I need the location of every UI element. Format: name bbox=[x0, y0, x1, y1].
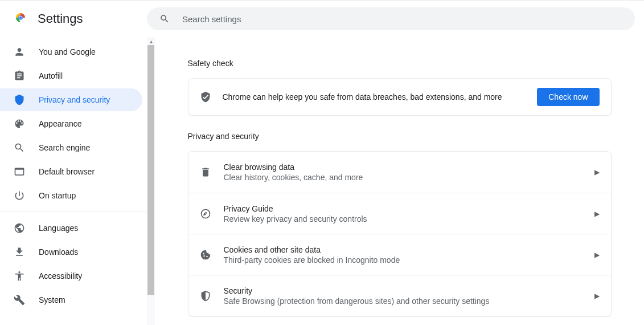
download-icon bbox=[14, 246, 25, 258]
palette-icon bbox=[14, 118, 25, 129]
chevron-right-icon: ▶ bbox=[594, 168, 600, 176]
compass-icon bbox=[200, 208, 211, 220]
clipboard-icon bbox=[14, 70, 25, 82]
chrome-logo-icon bbox=[14, 11, 27, 27]
browser-icon bbox=[14, 166, 25, 177]
person-icon bbox=[14, 46, 25, 58]
chevron-right-icon: ▶ bbox=[594, 292, 600, 300]
privacy-heading: Privacy and security bbox=[188, 132, 612, 141]
check-now-button[interactable]: Check now bbox=[537, 88, 599, 106]
row-privacy-guide[interactable]: Privacy Guide Review key privacy and sec… bbox=[188, 193, 611, 234]
main-content: Safety check Chrome can help keep you sa… bbox=[155, 37, 644, 325]
row-subtitle: Third-party cookies are blocked in Incog… bbox=[224, 255, 582, 265]
page-title: Settings bbox=[38, 11, 83, 26]
row-subtitle: Review key privacy and security controls bbox=[224, 214, 582, 224]
row-subtitle: Clear history, cookies, cache, and more bbox=[224, 173, 582, 182]
sidebar-item-you-and-google[interactable]: You and Google bbox=[0, 40, 142, 63]
header-left: Settings bbox=[0, 11, 147, 27]
row-title: Security bbox=[224, 286, 582, 295]
cookie-icon bbox=[200, 249, 211, 261]
search-wrap bbox=[147, 7, 644, 30]
shield-check-icon bbox=[200, 91, 211, 103]
scrollbar[interactable]: ▴ bbox=[147, 37, 155, 325]
sidebar-item-label: Downloads bbox=[39, 247, 78, 257]
sidebar-item-system[interactable]: System bbox=[0, 289, 142, 311]
chevron-right-icon: ▶ bbox=[594, 210, 600, 218]
sidebar-item-label: Languages bbox=[39, 224, 78, 233]
row-title: Privacy Guide bbox=[224, 204, 582, 213]
sidebar-item-label: System bbox=[39, 295, 65, 304]
scrollbar-up-icon[interactable]: ▴ bbox=[147, 37, 155, 45]
row-security[interactable]: Security Safe Browsing (protection from … bbox=[188, 275, 611, 316]
sidebar-item-default-browser[interactable]: Default browser bbox=[0, 160, 142, 183]
sidebar-item-downloads[interactable]: Downloads bbox=[0, 241, 142, 263]
row-subtitle: Safe Browsing (protection from dangerous… bbox=[224, 296, 582, 306]
row-clear-browsing-data[interactable]: Clear browsing data Clear history, cooki… bbox=[188, 152, 611, 193]
sidebar-item-label: On startup bbox=[39, 191, 76, 200]
security-icon bbox=[200, 290, 211, 302]
globe-icon bbox=[14, 222, 25, 234]
shield-icon bbox=[14, 94, 25, 105]
sidebar-item-search-engine[interactable]: Search engine bbox=[0, 136, 142, 159]
sidebar-item-label: Appearance bbox=[39, 119, 82, 128]
sidebar-item-label: Search engine bbox=[39, 143, 90, 152]
safety-text: Chrome can help keep you safe from data … bbox=[223, 92, 526, 101]
row-title: Cookies and other site data bbox=[224, 245, 582, 254]
sidebar: You and Google Autofill Privacy and secu… bbox=[0, 37, 147, 325]
search-icon bbox=[159, 14, 170, 24]
scrollbar-thumb[interactable] bbox=[147, 45, 154, 295]
sidebar-item-autofill[interactable]: Autofill bbox=[0, 64, 142, 87]
privacy-card: Clear browsing data Clear history, cooki… bbox=[188, 151, 612, 316]
search-box[interactable] bbox=[147, 7, 635, 30]
sidebar-item-languages[interactable]: Languages bbox=[0, 217, 142, 239]
sidebar-item-label: Default browser bbox=[39, 167, 95, 176]
search-input[interactable] bbox=[182, 14, 622, 24]
search-icon bbox=[14, 142, 25, 153]
wrench-icon bbox=[14, 294, 25, 306]
chevron-right-icon: ▶ bbox=[594, 251, 600, 259]
sidebar-item-label: Accessibility bbox=[39, 271, 82, 281]
row-title: Clear browsing data bbox=[224, 162, 582, 172]
row-cookies[interactable]: Cookies and other site data Third-party … bbox=[188, 234, 611, 275]
sidebar-item-label: You and Google bbox=[39, 47, 96, 56]
safety-check-card: Chrome can help keep you safe from data … bbox=[188, 78, 612, 116]
sidebar-item-on-startup[interactable]: On startup bbox=[0, 184, 142, 207]
sidebar-divider bbox=[0, 212, 147, 212]
power-icon bbox=[14, 190, 25, 201]
sidebar-item-label: Autofill bbox=[39, 71, 63, 80]
trash-icon bbox=[200, 166, 211, 178]
sidebar-item-label: Privacy and security bbox=[39, 95, 110, 104]
sidebar-item-appearance[interactable]: Appearance bbox=[0, 112, 142, 135]
sidebar-item-accessibility[interactable]: Accessibility bbox=[0, 265, 142, 287]
sidebar-item-privacy-security[interactable]: Privacy and security bbox=[0, 88, 142, 111]
accessibility-icon bbox=[14, 270, 25, 282]
header: Settings bbox=[0, 1, 644, 37]
svg-point-3 bbox=[19, 17, 22, 19]
safety-check-heading: Safety check bbox=[188, 59, 612, 68]
